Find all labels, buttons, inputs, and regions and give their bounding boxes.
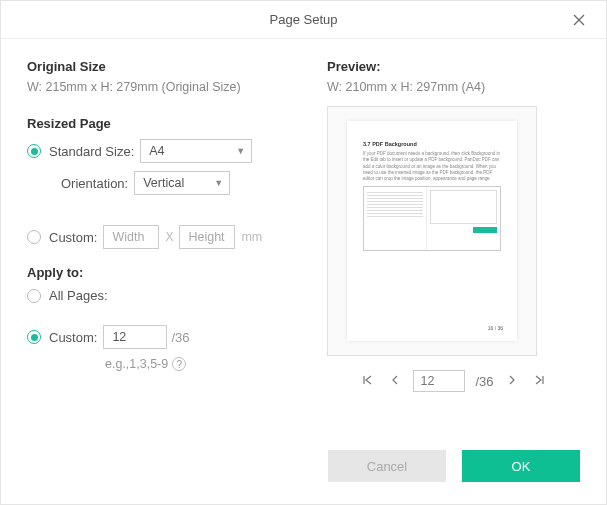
radio-standard-size[interactable]	[27, 144, 41, 158]
orientation-select[interactable]: Vertical ▼	[134, 171, 230, 195]
preview-text: W: 210mm x H: 297mm (A4)	[327, 80, 580, 94]
page-total: /36	[475, 374, 493, 389]
standard-size-select[interactable]: A4 ▼	[140, 139, 252, 163]
height-placeholder: Height	[188, 230, 224, 244]
help-icon[interactable]: ?	[172, 357, 186, 371]
radio-custom-size[interactable]	[27, 230, 41, 244]
page-setup-dialog: Page Setup Original Size W: 215mm x H: 2…	[0, 0, 607, 505]
ok-button[interactable]: OK	[462, 450, 580, 482]
chevron-left-icon	[391, 375, 399, 385]
first-page-button[interactable]	[359, 372, 377, 390]
thumb-page-number: 16 / 36	[488, 325, 503, 331]
apply-total: /36	[171, 330, 189, 345]
chevron-right-icon	[508, 375, 516, 385]
unit-label: mm	[241, 230, 262, 244]
example-text: e.g.,1,3,5-9	[105, 357, 168, 371]
custom-size-label: Custom:	[49, 230, 97, 245]
orientation-row: Orientation: Vertical ▼	[49, 171, 311, 195]
width-input[interactable]: Width	[103, 225, 159, 249]
footer: Cancel OK	[1, 440, 606, 504]
apply-to-heading: Apply to:	[27, 265, 311, 280]
thumb-heading: 3.7 PDF Background	[363, 141, 501, 147]
thumb-ui-block	[363, 186, 501, 251]
thumb-paragraph: If your PDF document needs a background,…	[363, 151, 501, 182]
all-pages-label: All Pages:	[49, 288, 108, 303]
height-input[interactable]: Height	[179, 225, 235, 249]
close-icon	[573, 14, 585, 26]
ok-label: OK	[512, 459, 531, 474]
dialog-body: Original Size W: 215mm x H: 279mm (Origi…	[1, 39, 606, 440]
apply-custom-label: Custom:	[49, 330, 97, 345]
prev-page-button[interactable]	[387, 372, 403, 390]
right-column: Preview: W: 210mm x H: 297mm (A4) 3.7 PD…	[327, 59, 580, 430]
custom-size-option[interactable]: Custom: Width X Height mm	[27, 225, 311, 249]
standard-size-option[interactable]: Standard Size: A4 ▼	[27, 139, 311, 163]
all-pages-option[interactable]: All Pages:	[27, 288, 311, 303]
radio-all-pages[interactable]	[27, 289, 41, 303]
cancel-button[interactable]: Cancel	[328, 450, 446, 482]
close-button[interactable]	[560, 1, 598, 39]
left-column: Original Size W: 215mm x H: 279mm (Origi…	[27, 59, 327, 430]
original-size-heading: Original Size	[27, 59, 311, 74]
page-number-input[interactable]: 12	[413, 370, 465, 392]
resized-page-heading: Resized Page	[27, 116, 311, 131]
standard-size-value: A4	[149, 144, 164, 158]
dialog-title: Page Setup	[270, 12, 338, 27]
last-page-icon	[534, 375, 544, 385]
orientation-label: Orientation:	[61, 176, 128, 191]
first-page-icon	[363, 375, 373, 385]
page-thumbnail: 3.7 PDF Background If your PDF document …	[347, 121, 517, 341]
example-row: e.g.,1,3,5-9 ?	[105, 357, 311, 371]
cancel-label: Cancel	[367, 459, 407, 474]
chevron-down-icon: ▼	[236, 146, 245, 156]
next-page-button[interactable]	[504, 372, 520, 390]
original-size-text: W: 215mm x H: 279mm (Original Size)	[27, 80, 311, 94]
orientation-value: Vertical	[143, 176, 184, 190]
apply-custom-option[interactable]: Custom: 12 /36	[27, 325, 311, 349]
last-page-button[interactable]	[530, 372, 548, 390]
apply-custom-value: 12	[112, 330, 126, 344]
apply-custom-input[interactable]: 12	[103, 325, 167, 349]
titlebar: Page Setup	[1, 1, 606, 39]
width-placeholder: Width	[112, 230, 144, 244]
chevron-down-icon: ▼	[214, 178, 223, 188]
preview-heading: Preview:	[327, 59, 580, 74]
standard-size-label: Standard Size:	[49, 144, 134, 159]
radio-apply-custom[interactable]	[27, 330, 41, 344]
x-separator: X	[165, 230, 173, 244]
preview-pager: 12 /36	[327, 370, 580, 392]
preview-box: 3.7 PDF Background If your PDF document …	[327, 106, 537, 356]
page-number-value: 12	[420, 374, 434, 388]
